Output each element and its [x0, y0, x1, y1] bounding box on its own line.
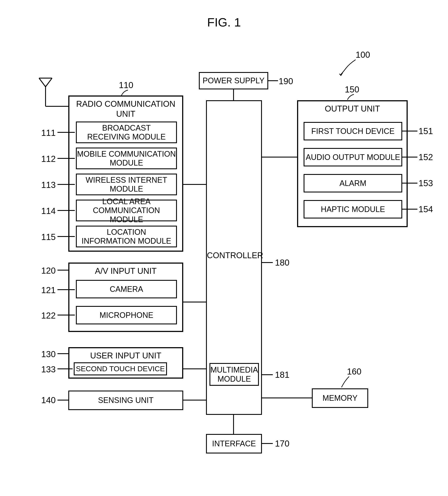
leader-130 [58, 353, 68, 354]
radio-module-2: WIRELESS INTERNET MODULE [76, 174, 177, 195]
leader-112 [58, 158, 75, 159]
leader-115 [58, 236, 75, 237]
output-unit-box: OUTPUT UNIT FIRST TOUCH DEVICE AUDIO OUT… [297, 100, 408, 227]
conn-controller-memory [262, 398, 312, 398]
leader-110 [120, 89, 129, 95]
ref-133: 133 [41, 365, 56, 374]
ref-radio-unit: 110 [119, 80, 133, 90]
av-module-1: MICROPHONE [76, 306, 177, 324]
leader-system [338, 59, 358, 76]
svg-line-3 [45, 78, 52, 87]
leader-122 [58, 315, 75, 315]
ref-111: 111 [41, 128, 56, 138]
ref-power-supply: 190 [279, 76, 293, 86]
output-unit-title: OUTPUT UNIT [298, 101, 407, 114]
ref-140: 140 [41, 395, 56, 405]
ref-113: 113 [41, 180, 56, 190]
leader-150 [346, 93, 355, 100]
conn-controller-interface [233, 415, 234, 434]
ref-controller: 180 [275, 258, 289, 267]
user-input-title: USER INPUT UNIT [69, 348, 182, 361]
ref-151: 151 [418, 126, 433, 136]
ref-120: 120 [41, 266, 56, 276]
conn-radio-controller [183, 184, 206, 185]
leader-152 [402, 157, 418, 157]
ref-multimedia: 181 [275, 370, 289, 380]
leader-114 [58, 210, 75, 211]
multimedia-module-box: MULTIMEDIA MODULE [209, 363, 259, 386]
ref-112: 112 [41, 154, 56, 164]
leader-181 [262, 374, 273, 375]
output-module-1: AUDIO OUTPUT MODULE [304, 148, 402, 166]
av-unit-box: A/V INPUT UNIT CAMERA MICROPHONE [68, 263, 183, 332]
user-input-box: USER INPUT UNIT SECOND TOUCH DEVICE [68, 347, 183, 379]
ref-130: 130 [41, 349, 56, 359]
output-module-3: HAPTIC MODULE [304, 200, 402, 218]
leader-170 [262, 443, 273, 444]
radio-unit-box: RADIO COMMUNICATION UNIT BROADCAST RECEI… [68, 95, 183, 252]
svg-line-2 [39, 78, 45, 87]
power-supply-box: POWER SUPPLY [199, 72, 268, 89]
ref-154: 154 [418, 204, 433, 214]
radio-module-0: BROADCAST RECEIVING MODULE [76, 122, 177, 143]
radio-module-3: LOCAL AREA COMMUNICATION MODULE [76, 200, 177, 221]
ref-153: 153 [418, 178, 433, 188]
leader-153 [402, 183, 418, 184]
radio-module-4: LOCATION INFORMATION MODULE [76, 226, 177, 247]
figure-title: FIG. 1 [207, 15, 241, 29]
av-unit-title: A/V INPUT UNIT [69, 264, 182, 276]
leader-190 [268, 80, 278, 81]
controller-box: CONTROLLER MULTIMEDIA MODULE [206, 100, 262, 415]
antenna-connector [45, 106, 68, 107]
leader-121 [58, 289, 75, 290]
radio-module-1: MOBILE COMMUNICATION MODULE [76, 148, 177, 169]
ref-114: 114 [41, 206, 56, 216]
ref-150: 150 [345, 85, 359, 94]
second-touch-device: SECOND TOUCH DEVICE [74, 362, 167, 375]
leader-180 [262, 262, 273, 263]
leader-113 [58, 184, 75, 185]
av-module-0: CAMERA [76, 280, 177, 298]
radio-unit-title: RADIO COMMUNICATION UNIT [69, 96, 182, 119]
leader-154 [402, 209, 418, 210]
ref-121: 121 [41, 285, 56, 295]
conn-power-controller [233, 89, 234, 100]
conn-controller-output [262, 157, 297, 157]
leader-140 [58, 400, 68, 401]
conn-sensing-controller [183, 400, 206, 401]
conn-userinput-controller [183, 368, 206, 369]
conn-av-controller [183, 302, 206, 302]
sensing-unit-box: SENSING UNIT [68, 390, 183, 410]
leader-133 [58, 368, 73, 369]
ref-115: 115 [41, 232, 56, 242]
leader-160 [339, 375, 350, 388]
output-module-0: FIRST TOUCH DEVICE [304, 122, 402, 140]
interface-box: INTERFACE [206, 434, 262, 453]
leader-120 [58, 270, 68, 271]
ref-system: 100 [356, 50, 370, 60]
leader-111 [58, 132, 75, 133]
antenna-icon [37, 76, 54, 106]
ref-160: 160 [347, 367, 361, 376]
ref-170: 170 [275, 439, 289, 449]
controller-label: CONTROLLER [207, 251, 261, 260]
ref-122: 122 [41, 311, 56, 321]
leader-151 [402, 131, 418, 131]
ref-152: 152 [418, 152, 433, 162]
output-module-2: ALARM [304, 174, 402, 192]
memory-box: MEMORY [312, 388, 368, 408]
